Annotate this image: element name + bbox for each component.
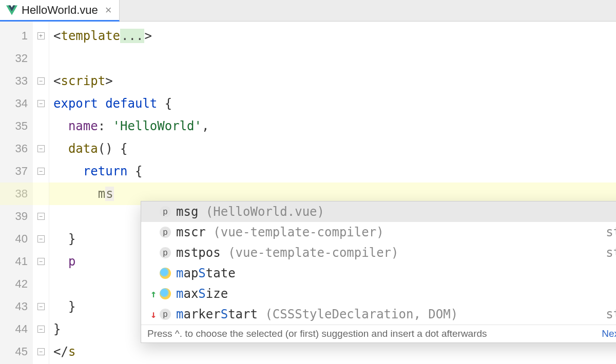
completion-item[interactable]: p mscr (vue-template-compiler) string: [141, 222, 616, 242]
fold-toggle[interactable]: −: [33, 137, 49, 160]
tab-title: HelloWorld.vue: [22, 4, 98, 17]
rank-up-icon: ↑: [150, 288, 157, 300]
completion-item[interactable]: p mstpos (vue-template-compiler) string: [141, 242, 616, 263]
line-number[interactable]: 35: [0, 115, 33, 137]
next-tip-link[interactable]: Next Tip: [602, 328, 616, 339]
line-number[interactable]: 34: [0, 92, 33, 115]
line-number[interactable]: 44: [0, 318, 33, 340]
property-icon: p: [160, 227, 171, 238]
code-area[interactable]: <template...> <script> export default { …: [49, 22, 616, 364]
fold-close[interactable]: −: [33, 250, 49, 273]
class-icon: [160, 288, 171, 299]
rank-down-icon: ↓: [150, 308, 157, 320]
fold-close[interactable]: −: [33, 295, 49, 318]
line-number[interactable]: 42: [0, 273, 33, 295]
property-icon: p: [160, 247, 171, 258]
completion-popup: p msg (HelloWorld.vue) p mscr (vue-templ…: [141, 201, 616, 343]
fold-close[interactable]: −: [33, 228, 49, 250]
line-number[interactable]: 32: [0, 47, 33, 70]
line-number[interactable]: 45: [0, 340, 33, 363]
completion-footer: Press ^. to choose the selected (or firs…: [141, 325, 616, 342]
line-number[interactable]: 41: [0, 250, 33, 273]
tab-helloworld[interactable]: HelloWorld.vue ×: [0, 0, 120, 22]
completion-item[interactable]: ↓p markerStart (CSSStyleDeclaration, DOM…: [141, 304, 616, 325]
line-number[interactable]: 1: [0, 25, 33, 47]
editor: 1 32 33 34 35 36 37 38 39 40 41 42 43 44…: [0, 22, 616, 364]
completion-item[interactable]: mapState: [141, 263, 616, 284]
line-number[interactable]: 43: [0, 295, 33, 318]
line-number[interactable]: 38: [0, 183, 33, 205]
class-icon: [160, 268, 171, 279]
line-number[interactable]: 40: [0, 228, 33, 250]
line-number[interactable]: 33: [0, 70, 33, 92]
fold-close[interactable]: −: [33, 340, 49, 363]
fold-toggle[interactable]: +: [33, 25, 49, 47]
property-icon: p: [160, 206, 171, 217]
vue-icon: [6, 5, 17, 16]
fold-column: + − − − − − − − − − −: [33, 22, 49, 364]
gutter: 1 32 33 34 35 36 37 38 39 40 41 42 43 44…: [0, 22, 33, 364]
fold-toggle[interactable]: −: [33, 160, 49, 183]
completion-item[interactable]: p msg (HelloWorld.vue): [141, 201, 616, 222]
line-number[interactable]: 36: [0, 137, 33, 160]
fold-close[interactable]: −: [33, 318, 49, 340]
fold-toggle[interactable]: −: [33, 70, 49, 92]
fold-toggle[interactable]: −: [33, 92, 49, 115]
line-number[interactable]: 37: [0, 160, 33, 183]
close-icon[interactable]: ×: [105, 4, 112, 17]
line-number[interactable]: 39: [0, 205, 33, 228]
property-icon: p: [160, 309, 171, 320]
completion-hint: Press ^. to choose the selected (or firs…: [147, 328, 595, 339]
completion-item[interactable]: ↑ maxSize: [141, 284, 616, 304]
fold-close[interactable]: −: [33, 205, 49, 228]
tab-bar: HelloWorld.vue ×: [0, 0, 616, 22]
